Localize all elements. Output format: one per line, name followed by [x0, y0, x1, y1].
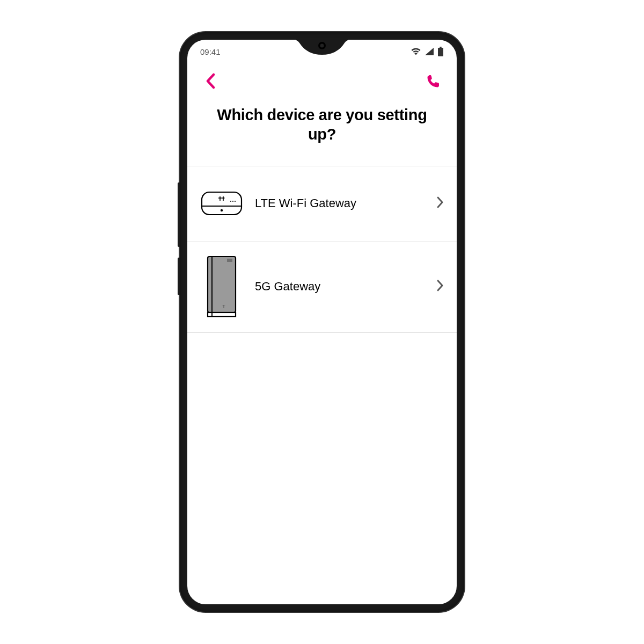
phone-icon — [426, 74, 441, 91]
5g-gateway-icon: T — [200, 254, 243, 319]
status-time: 09:41 — [200, 47, 221, 56]
device-list: LTE Wi-Fi Gateway T — [187, 166, 457, 333]
back-button[interactable] — [200, 71, 222, 93]
battery-icon — [437, 47, 444, 56]
svg-rect-2 — [440, 47, 442, 48]
chevron-right-icon — [436, 196, 444, 211]
cellular-icon — [425, 47, 434, 56]
screen: 09:41 — [187, 40, 457, 604]
call-button[interactable] — [422, 71, 444, 93]
chevron-right-icon — [436, 279, 444, 294]
page-title: Which device are you setting up? — [187, 101, 457, 166]
lte-gateway-icon — [200, 189, 243, 218]
power-button — [178, 258, 180, 295]
status-icons — [411, 47, 444, 56]
list-item-label: LTE Wi-Fi Gateway — [255, 196, 425, 210]
nav-bar — [187, 63, 457, 101]
svg-point-6 — [221, 209, 223, 211]
wifi-icon — [411, 47, 421, 56]
list-item-5g-gateway[interactable]: T 5G Gateway — [187, 241, 457, 333]
status-bar: 09:41 — [187, 40, 457, 63]
volume-button — [178, 182, 180, 247]
list-item-label: 5G Gateway — [255, 280, 425, 294]
svg-rect-18 — [227, 259, 232, 262]
phone-frame: 09:41 — [180, 32, 464, 612]
svg-text:T: T — [222, 304, 225, 309]
svg-point-8 — [232, 201, 233, 202]
chevron-left-icon — [206, 73, 216, 91]
svg-point-7 — [230, 201, 231, 202]
svg-rect-3 — [438, 48, 443, 56]
svg-point-9 — [235, 201, 236, 202]
list-item-lte-gateway[interactable]: LTE Wi-Fi Gateway — [187, 166, 457, 241]
